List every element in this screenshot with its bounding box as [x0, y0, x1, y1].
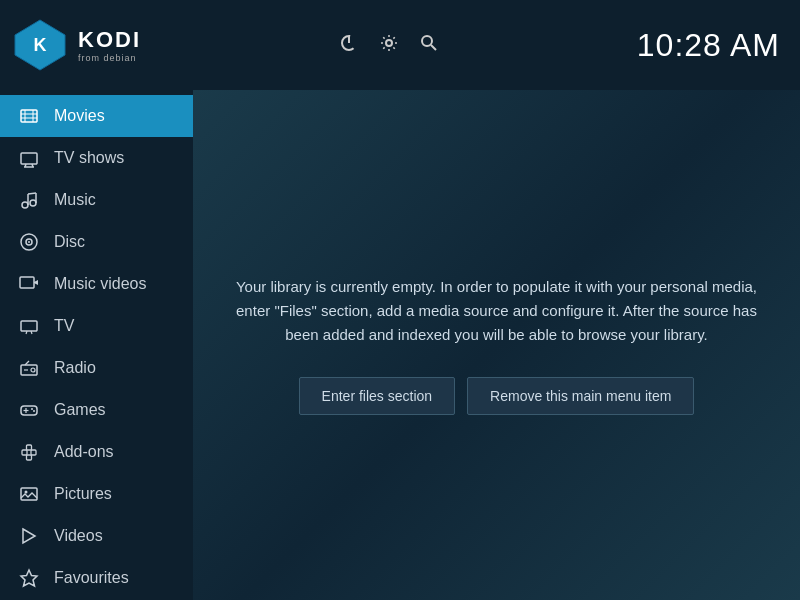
svg-rect-38	[22, 450, 27, 455]
power-icon[interactable]	[339, 33, 359, 53]
svg-line-6	[431, 45, 436, 50]
kodi-wordmark: KODI	[78, 27, 141, 53]
sidebar-item-games[interactable]: Games	[0, 389, 193, 431]
main-content: Your library is currently empty. In orde…	[193, 90, 800, 600]
favourites-icon	[18, 567, 40, 589]
svg-rect-12	[21, 153, 37, 164]
sidebar-item-musicvideos[interactable]: Music videos	[0, 263, 193, 305]
sidebar-item-radio-label: Radio	[54, 359, 96, 377]
sidebar-item-videos[interactable]: Videos	[0, 515, 193, 557]
sidebar-item-musicvideos-label: Music videos	[54, 275, 146, 293]
svg-marker-44	[23, 529, 35, 543]
svg-point-43	[25, 491, 28, 494]
sidebar-item-movies[interactable]: Movies	[0, 95, 193, 137]
header-icon-bar	[339, 33, 439, 57]
music-icon	[18, 189, 40, 211]
svg-point-30	[31, 368, 35, 372]
empty-library-message: Your library is currently empty. In orde…	[233, 275, 760, 347]
addons-icon	[18, 441, 40, 463]
svg-text:K: K	[34, 35, 47, 55]
clock-display: 10:28 AM	[637, 27, 780, 64]
sidebar-item-disc[interactable]: Disc	[0, 221, 193, 263]
kodi-logo-icon: K	[10, 15, 70, 75]
action-buttons: Enter files section Remove this main men…	[299, 377, 695, 415]
disc-icon	[18, 231, 40, 253]
svg-rect-26	[21, 321, 37, 331]
sidebar-item-addons-label: Add-ons	[54, 443, 114, 461]
logo-text: KODI from debian	[78, 27, 141, 63]
sidebar-item-radio[interactable]: Radio	[0, 347, 193, 389]
svg-rect-41	[27, 455, 32, 460]
videos-icon	[18, 525, 40, 547]
settings-icon[interactable]	[379, 33, 399, 53]
svg-rect-24	[20, 277, 34, 288]
sidebar-item-movies-label: Movies	[54, 107, 105, 125]
sidebar-item-music-label: Music	[54, 191, 96, 209]
sidebar-item-favourites-label: Favourites	[54, 569, 129, 587]
svg-point-23	[28, 241, 30, 243]
svg-line-20	[28, 193, 36, 194]
sidebar-item-disc-label: Disc	[54, 233, 85, 251]
sidebar-item-favourites[interactable]: Favourites	[0, 557, 193, 599]
svg-point-36	[31, 408, 33, 410]
enter-files-section-button[interactable]: Enter files section	[299, 377, 456, 415]
sidebar: Movies TV shows Music	[0, 90, 193, 600]
sidebar-item-addons[interactable]: Add-ons	[0, 431, 193, 473]
svg-point-17	[30, 200, 36, 206]
sidebar-item-tv-label: TV	[54, 317, 74, 335]
search-icon[interactable]	[419, 33, 439, 53]
sidebar-item-videos-label: Videos	[54, 527, 103, 545]
svg-point-4	[386, 40, 392, 46]
sidebar-item-pictures[interactable]: Pictures	[0, 473, 193, 515]
svg-point-5	[422, 36, 432, 46]
pictures-icon	[18, 483, 40, 505]
radio-icon	[18, 357, 40, 379]
sidebar-item-tvshows-label: TV shows	[54, 149, 124, 167]
svg-rect-40	[27, 445, 32, 450]
sidebar-item-pictures-label: Pictures	[54, 485, 112, 503]
svg-point-37	[33, 410, 35, 412]
sidebar-item-tvshows[interactable]: TV shows	[0, 137, 193, 179]
logo-area: K KODI from debian	[10, 15, 141, 75]
svg-rect-42	[21, 488, 37, 500]
header: K KODI from debian 10:28 AM	[0, 0, 800, 90]
svg-point-16	[22, 202, 28, 208]
sidebar-item-tv[interactable]: TV	[0, 305, 193, 347]
games-icon	[18, 399, 40, 421]
svg-rect-7	[21, 110, 37, 122]
svg-rect-39	[31, 450, 36, 455]
remove-menu-item-button[interactable]: Remove this main menu item	[467, 377, 694, 415]
kodi-subtitle: from debian	[78, 53, 141, 63]
tvshows-icon	[18, 147, 40, 169]
sidebar-item-music[interactable]: Music	[0, 179, 193, 221]
movies-icon	[18, 105, 40, 127]
musicvideos-icon	[18, 273, 40, 295]
tv-icon	[18, 315, 40, 337]
svg-marker-45	[21, 570, 37, 586]
sidebar-item-games-label: Games	[54, 401, 106, 419]
